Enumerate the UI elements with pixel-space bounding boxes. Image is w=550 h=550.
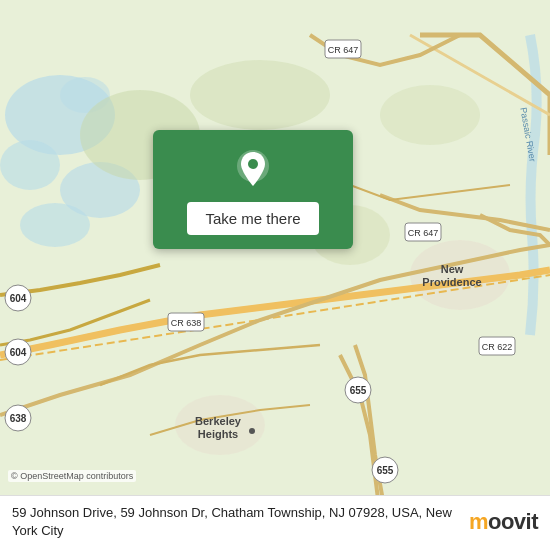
moovit-text-label: moovit (469, 509, 538, 534)
map-background: CR 647 CR 647 CR 638 CR 622 655 655 604 … (0, 0, 550, 550)
svg-text:Berkeley: Berkeley (195, 415, 242, 427)
svg-point-4 (20, 203, 90, 247)
svg-text:CR 647: CR 647 (328, 45, 359, 55)
svg-point-37 (248, 159, 258, 169)
svg-text:604: 604 (10, 293, 27, 304)
svg-text:655: 655 (377, 465, 394, 476)
address-text: 59 Johnson Drive, 59 Johnson Dr, Chatham… (12, 504, 469, 540)
svg-text:604: 604 (10, 347, 27, 358)
svg-point-7 (190, 60, 330, 130)
svg-text:655: 655 (350, 385, 367, 396)
location-card: Take me there (153, 130, 353, 249)
svg-text:Providence: Providence (422, 276, 481, 288)
info-bar: 59 Johnson Drive, 59 Johnson Dr, Chatham… (0, 495, 550, 550)
location-pin-icon (231, 148, 275, 192)
svg-text:Heights: Heights (198, 428, 238, 440)
svg-text:CR 638: CR 638 (171, 318, 202, 328)
moovit-logo: moovit (469, 509, 538, 535)
svg-point-8 (380, 85, 480, 145)
map-container: CR 647 CR 647 CR 638 CR 622 655 655 604 … (0, 0, 550, 550)
take-me-there-button[interactable]: Take me there (187, 202, 318, 235)
moovit-brand-text: moovit (469, 509, 538, 535)
svg-text:638: 638 (10, 413, 27, 424)
svg-point-34 (249, 428, 255, 434)
svg-point-2 (0, 140, 60, 190)
svg-text:New: New (441, 263, 464, 275)
attribution-text: © OpenStreetMap contributors (8, 470, 136, 482)
svg-text:CR 647: CR 647 (408, 228, 439, 238)
svg-text:CR 622: CR 622 (482, 342, 513, 352)
